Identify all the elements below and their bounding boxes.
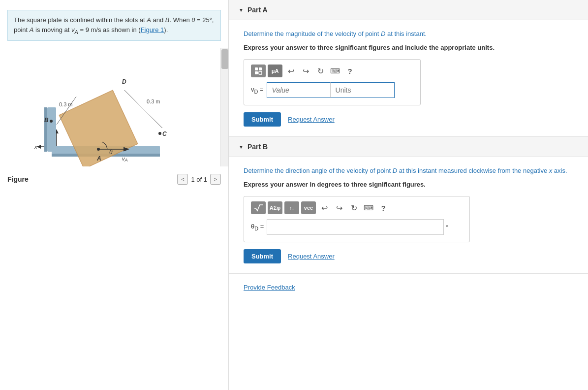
svg-text:θ: θ xyxy=(109,149,113,156)
part-b-instruction: Express your answer in degrees to three … xyxy=(244,180,573,190)
prev-figure-button[interactable]: < xyxy=(177,174,188,185)
svg-point-14 xyxy=(50,120,53,123)
svg-rect-9 xyxy=(47,107,56,152)
next-figure-button[interactable]: > xyxy=(210,174,221,185)
part-a-units-input[interactable] xyxy=(331,82,395,98)
part-a-request-answer[interactable]: Request Answer xyxy=(288,116,335,123)
part-a-arrow: ▼ xyxy=(239,7,244,13)
redo-button[interactable]: ↪ xyxy=(299,65,312,77)
part-a-title: Part A xyxy=(248,6,268,14)
degree-symbol: ° xyxy=(446,224,448,231)
help-button[interactable]: ? xyxy=(343,65,356,77)
figure-header: Figure < 1 of 1 > xyxy=(0,170,228,189)
part-a-input-row: vD = xyxy=(251,82,413,98)
sigma-tool-button[interactable]: AΣφ xyxy=(268,201,282,214)
figure-title: Figure xyxy=(7,175,29,183)
part-b-action-row: Submit Request Answer xyxy=(244,249,573,263)
part-a-action-row: Submit Request Answer xyxy=(244,112,573,127)
grid-tool-button[interactable] xyxy=(251,65,266,77)
part-b-answer-box: AΣφ ↑↓ vec ↩ ↪ ↻ ⌨ ? θD = xyxy=(244,196,470,242)
scrollbar-thumb[interactable] xyxy=(221,49,228,69)
part-a-value-input[interactable] xyxy=(267,82,331,98)
part-b-degree-input[interactable] xyxy=(267,219,444,235)
problem-text: The square plate is confined within the … xyxy=(7,10,221,41)
keyboard-b-button[interactable]: ⌨ xyxy=(362,201,375,214)
provide-feedback-section: Provide Feedback xyxy=(229,274,588,301)
svg-text:B: B xyxy=(44,117,49,124)
part-a-toolbar: μA ↩ ↪ ↻ ⌨ ? xyxy=(251,65,413,77)
sqrt-tool-button[interactable] xyxy=(251,201,266,214)
undo-button[interactable]: ↩ xyxy=(284,65,297,77)
figure-nav: < 1 of 1 > xyxy=(177,174,221,185)
part-a-header[interactable]: ▼ Part A xyxy=(229,0,588,20)
svg-rect-10 xyxy=(44,107,47,152)
part-b-input-row: θD = ° xyxy=(251,219,463,235)
help-b-button[interactable]: ? xyxy=(377,201,390,214)
part-b-title: Part B xyxy=(248,143,268,151)
figure-diagram: x y D B C xyxy=(0,48,212,166)
provide-feedback-link[interactable]: Provide Feedback xyxy=(244,284,295,291)
part-a-section: ▼ Part A Determine the magnitude of the … xyxy=(229,0,588,137)
part-a-submit-button[interactable]: Submit xyxy=(244,112,281,127)
part-b-request-answer[interactable]: Request Answer xyxy=(288,253,335,260)
refresh-b-button[interactable]: ↻ xyxy=(347,201,360,214)
part-b-section: ▼ Part B Determine the direction angle o… xyxy=(229,137,588,274)
page-indicator: 1 of 1 xyxy=(191,176,207,183)
part-b-header[interactable]: ▼ Part B xyxy=(229,137,588,157)
refresh-button[interactable]: ↻ xyxy=(314,65,327,77)
svg-rect-26 xyxy=(255,67,258,70)
part-b-toolbar: AΣφ ↑↓ vec ↩ ↪ ↻ ⌨ ? xyxy=(251,201,463,214)
undo-b-button[interactable]: ↩ xyxy=(318,201,331,214)
figure-link[interactable]: Figure 1 xyxy=(141,26,164,33)
right-panel: ▼ Part A Determine the magnitude of the … xyxy=(229,0,588,390)
part-a-answer-box: μA ↩ ↪ ↻ ⌨ ? vD = xyxy=(244,59,421,105)
part-b-submit-button[interactable]: Submit xyxy=(244,249,281,263)
svg-text:D: D xyxy=(122,78,126,85)
part-b-body: Determine the direction angle of the vel… xyxy=(229,157,588,273)
keyboard-button[interactable]: ⌨ xyxy=(329,65,341,77)
svg-rect-29 xyxy=(259,71,262,74)
part-b-label: θD = xyxy=(251,223,264,231)
part-a-question: Determine the magnitude of the velocity … xyxy=(244,29,573,39)
arrows-tool-button[interactable]: ↑↓ xyxy=(284,201,299,214)
svg-text:C: C xyxy=(162,130,167,137)
svg-text:x: x xyxy=(34,144,37,150)
part-a-label: vD = xyxy=(251,86,264,95)
left-panel: The square plate is confined within the … xyxy=(0,0,229,390)
svg-text:0.3 m: 0.3 m xyxy=(147,98,160,104)
scrollbar[interactable] xyxy=(220,48,228,166)
vec-tool-button[interactable]: vec xyxy=(301,201,316,214)
mu-tool-button[interactable]: μA xyxy=(268,65,282,77)
part-a-instruction: Express your answer to three significant… xyxy=(244,43,573,53)
part-b-arrow: ▼ xyxy=(239,144,244,150)
part-b-question: Determine the direction angle of the vel… xyxy=(244,166,573,176)
svg-rect-28 xyxy=(255,71,258,74)
svg-text:0.3 m: 0.3 m xyxy=(59,101,73,107)
svg-text:A: A xyxy=(96,155,101,162)
svg-rect-27 xyxy=(259,67,262,70)
part-a-body: Determine the magnitude of the velocity … xyxy=(229,20,588,136)
redo-b-button[interactable]: ↪ xyxy=(333,201,345,214)
svg-point-16 xyxy=(158,132,161,135)
